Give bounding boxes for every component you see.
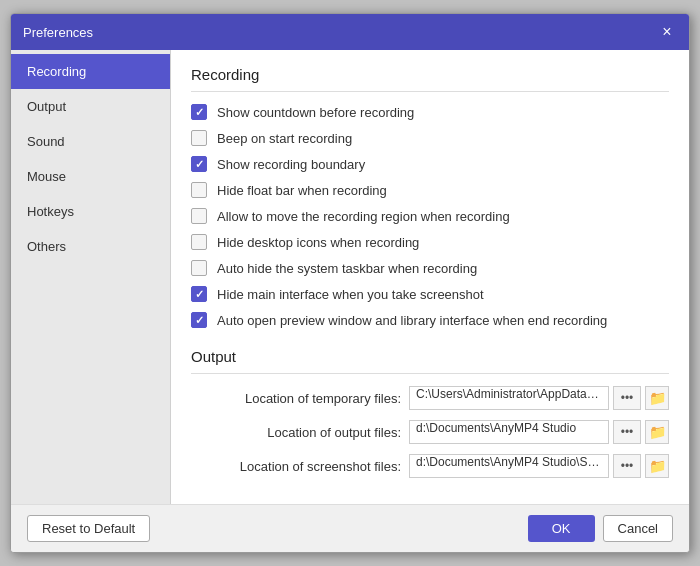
output-input-0[interactable]: C:\Users\Administrator\AppData\Lo xyxy=(409,386,609,410)
main-panel: Recording Show countdown before recordin… xyxy=(171,50,689,504)
checkbox-label-6: Auto hide the system taskbar when record… xyxy=(217,261,477,276)
dialog-title: Preferences xyxy=(23,25,93,40)
output-rows-container: Location of temporary files:C:\Users\Adm… xyxy=(191,386,669,478)
checkbox-row-5: Hide desktop icons when recording xyxy=(191,234,669,250)
output-row-0: Location of temporary files:C:\Users\Adm… xyxy=(191,386,669,410)
sidebar-item-hotkeys[interactable]: Hotkeys xyxy=(11,194,170,229)
checkbox-4[interactable] xyxy=(191,208,207,224)
checkbox-row-6: Auto hide the system taskbar when record… xyxy=(191,260,669,276)
checkbox-row-8: Auto open preview window and library int… xyxy=(191,312,669,328)
ok-button[interactable]: OK xyxy=(528,515,595,542)
checkbox-row-7: Hide main interface when you take screen… xyxy=(191,286,669,302)
close-button[interactable]: × xyxy=(657,22,677,42)
output-label-1: Location of output files: xyxy=(267,425,401,440)
checkbox-label-5: Hide desktop icons when recording xyxy=(217,235,419,250)
checkbox-row-3: Hide float bar when recording xyxy=(191,182,669,198)
checkbox-8[interactable] xyxy=(191,312,207,328)
output-label-0: Location of temporary files: xyxy=(245,391,401,406)
dots-button-0[interactable]: ••• xyxy=(613,386,641,410)
dots-button-1[interactable]: ••• xyxy=(613,420,641,444)
output-input-2[interactable]: d:\Documents\AnyMP4 Studio\Snap xyxy=(409,454,609,478)
checkbox-row-1: Beep on start recording xyxy=(191,130,669,146)
cancel-button[interactable]: Cancel xyxy=(603,515,673,542)
preferences-dialog: Preferences × RecordingOutputSoundMouseH… xyxy=(10,13,690,553)
sidebar-item-output[interactable]: Output xyxy=(11,89,170,124)
checkbox-2[interactable] xyxy=(191,156,207,172)
sidebar-item-sound[interactable]: Sound xyxy=(11,124,170,159)
folder-button-0[interactable]: 📁 xyxy=(645,386,669,410)
checkbox-label-3: Hide float bar when recording xyxy=(217,183,387,198)
sidebar: RecordingOutputSoundMouseHotkeysOthers xyxy=(11,50,171,504)
reset-button[interactable]: Reset to Default xyxy=(27,515,150,542)
output-section: Output Location of temporary files:C:\Us… xyxy=(191,348,669,478)
checkbox-1[interactable] xyxy=(191,130,207,146)
recording-section-title: Recording xyxy=(191,66,669,92)
output-section-title: Output xyxy=(191,348,669,374)
checkbox-3[interactable] xyxy=(191,182,207,198)
checkbox-label-0: Show countdown before recording xyxy=(217,105,414,120)
checkboxes-container: Show countdown before recordingBeep on s… xyxy=(191,104,669,328)
footer-right: OK Cancel xyxy=(528,515,673,542)
checkbox-label-7: Hide main interface when you take screen… xyxy=(217,287,484,302)
sidebar-item-others[interactable]: Others xyxy=(11,229,170,264)
checkbox-6[interactable] xyxy=(191,260,207,276)
output-input-1[interactable]: d:\Documents\AnyMP4 Studio xyxy=(409,420,609,444)
checkbox-label-2: Show recording boundary xyxy=(217,157,365,172)
checkbox-5[interactable] xyxy=(191,234,207,250)
folder-button-1[interactable]: 📁 xyxy=(645,420,669,444)
checkbox-label-8: Auto open preview window and library int… xyxy=(217,313,607,328)
titlebar: Preferences × xyxy=(11,14,689,50)
sidebar-item-recording[interactable]: Recording xyxy=(11,54,170,89)
folder-button-2[interactable]: 📁 xyxy=(645,454,669,478)
checkbox-label-1: Beep on start recording xyxy=(217,131,352,146)
output-row-1: Location of output files:d:\Documents\An… xyxy=(191,420,669,444)
output-label-2: Location of screenshot files: xyxy=(240,459,401,474)
dialog-content: RecordingOutputSoundMouseHotkeysOthers R… xyxy=(11,50,689,504)
sidebar-item-mouse[interactable]: Mouse xyxy=(11,159,170,194)
output-row-2: Location of screenshot files:d:\Document… xyxy=(191,454,669,478)
footer: Reset to Default OK Cancel xyxy=(11,504,689,552)
checkbox-row-4: Allow to move the recording region when … xyxy=(191,208,669,224)
checkbox-7[interactable] xyxy=(191,286,207,302)
checkbox-row-0: Show countdown before recording xyxy=(191,104,669,120)
checkbox-label-4: Allow to move the recording region when … xyxy=(217,209,510,224)
dots-button-2[interactable]: ••• xyxy=(613,454,641,478)
checkbox-row-2: Show recording boundary xyxy=(191,156,669,172)
checkbox-0[interactable] xyxy=(191,104,207,120)
